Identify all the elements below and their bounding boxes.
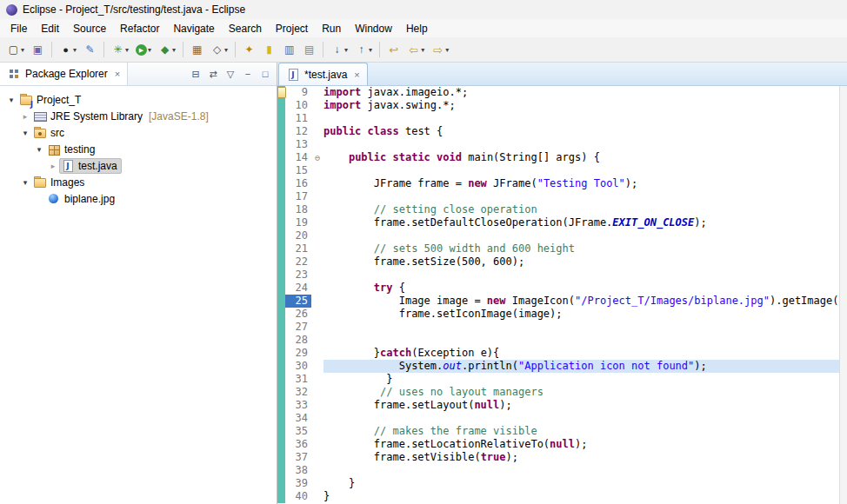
line-number[interactable]: 36 (285, 438, 311, 451)
last-edit-location-button[interactable]: ↩ (383, 39, 403, 60)
line-number[interactable]: 30 (285, 360, 311, 373)
run-button[interactable]: ▶▾ (132, 39, 155, 60)
line-number[interactable]: 20 (285, 229, 311, 242)
close-tab-icon[interactable]: × (354, 70, 359, 80)
collapse-arrow-icon[interactable]: ▾ (33, 145, 45, 154)
line-number[interactable]: 40 (285, 490, 311, 503)
code-line-19[interactable]: 19 frame.setDefaultCloseOperation(JFrame… (277, 216, 839, 229)
collapse-all-button[interactable]: ⊟ (188, 66, 203, 82)
menu-item-help[interactable]: Help (399, 21, 435, 36)
menu-item-edit[interactable]: Edit (34, 21, 66, 36)
code-line-32[interactable]: 32 // uses no layout managers (277, 386, 839, 399)
menu-item-window[interactable]: Window (348, 21, 399, 36)
previous-annotation-button[interactable]: ↑▾ (351, 39, 376, 60)
code-line-34[interactable]: 34 (277, 412, 839, 425)
line-number[interactable]: 31 (285, 373, 311, 386)
show-whitespace-button[interactable]: ▤ (299, 39, 319, 60)
dropdown-arrow-icon[interactable]: ▾ (172, 46, 176, 54)
code-line-35[interactable]: 35 // makes the frame visible (277, 425, 839, 438)
line-number[interactable]: 25 (285, 295, 311, 308)
search-button[interactable]: ✦ (239, 39, 259, 60)
close-view-icon[interactable]: × (115, 69, 120, 79)
new-wizard-button[interactable]: ▢▾ (3, 39, 28, 60)
menu-item-run[interactable]: Run (315, 21, 348, 36)
code-line-33[interactable]: 33 frame.setLayout(null); (277, 399, 839, 412)
code-line-18[interactable]: 18 // setting close operation (277, 203, 839, 216)
line-number[interactable]: 33 (285, 399, 311, 412)
collapse-arrow-icon[interactable]: ▾ (19, 178, 31, 187)
line-number[interactable]: 21 (285, 242, 311, 255)
code-line-25[interactable]: 25 Image image = new ImageIcon("/Project… (277, 295, 839, 308)
line-number[interactable]: 15 (285, 164, 311, 177)
dropdown-arrow-icon[interactable]: ▾ (21, 46, 24, 54)
tree-item-testing[interactable]: ▾testing (0, 141, 277, 157)
line-number[interactable]: 14 (285, 151, 311, 164)
code-editor[interactable]: 9import javax.imageio.*;10import javax.s… (277, 86, 847, 504)
collapse-arrow-icon[interactable]: ▾ (19, 129, 31, 137)
line-number[interactable]: 27 (285, 321, 311, 334)
editor-tab-test-java[interactable]: J *test.java × (278, 63, 368, 85)
code-line-11[interactable]: 11 (277, 112, 839, 125)
expand-arrow-icon[interactable]: ▸ (47, 162, 59, 170)
open-resource-button[interactable]: ▥ (279, 39, 299, 60)
code-line-10[interactable]: 10import javax.swing.*; (277, 99, 839, 112)
line-number[interactable]: 29 (285, 347, 311, 360)
menu-item-refactor[interactable]: Refactor (113, 21, 166, 36)
line-number[interactable]: 11 (285, 112, 311, 125)
line-number[interactable]: 39 (285, 477, 311, 490)
dropdown-arrow-icon[interactable]: ▾ (344, 46, 348, 54)
code-line-20[interactable]: 20 (277, 229, 839, 242)
code-line-23[interactable]: 23 (277, 269, 839, 282)
dropdown-arrow-icon[interactable]: ▾ (369, 46, 372, 54)
line-number[interactable]: 19 (285, 216, 311, 229)
line-number[interactable]: 35 (285, 425, 311, 438)
menu-item-project[interactable]: Project (269, 21, 315, 36)
line-number[interactable]: 9 (285, 86, 311, 99)
dropdown-arrow-icon[interactable]: ▾ (148, 46, 151, 54)
open-element-button[interactable]: ✎ (80, 39, 100, 60)
code-line-38[interactable]: 38 (277, 464, 839, 477)
code-line-16[interactable]: 16 JFrame frame = new JFrame("Testing To… (277, 177, 839, 190)
maximize-button[interactable]: □ (257, 66, 273, 82)
code-line-13[interactable]: 13 (277, 138, 839, 151)
line-number[interactable]: 16 (285, 177, 311, 190)
code-line-31[interactable]: 31 } (277, 373, 839, 386)
collapse-arrow-icon[interactable]: ▾ (5, 96, 17, 104)
code-line-29[interactable]: 29 }catch(Exception e){ (277, 347, 839, 360)
tree-item-src[interactable]: ▾src (0, 124, 277, 141)
code-line-9[interactable]: 9import javax.imageio.*; (277, 86, 839, 99)
tree-item-project-t[interactable]: ▾JProject_T (0, 91, 277, 108)
save-button[interactable]: ▣ (28, 39, 48, 60)
external-tools-button[interactable]: ●▾ (56, 39, 80, 60)
code-line-27[interactable]: 27 (277, 321, 839, 334)
code-line-37[interactable]: 37 frame.setVisible(true); (277, 451, 839, 464)
mark-occurrences-button[interactable]: ▮ (259, 39, 279, 60)
package-explorer-tab[interactable]: Package Explorer × (0, 63, 128, 85)
code-line-21[interactable]: 21 // sets 500 width and 600 height (277, 242, 839, 255)
forward-button[interactable]: ⇨▾ (428, 39, 452, 60)
dropdown-arrow-icon[interactable]: ▾ (445, 46, 449, 54)
code-line-14[interactable]: 14⊖ public static void main(String[] arg… (277, 151, 839, 164)
menu-item-source[interactable]: Source (66, 21, 113, 36)
line-number[interactable]: 37 (285, 451, 311, 464)
code-line-40[interactable]: 40} (277, 490, 839, 503)
code-line-12[interactable]: 12public class test { (277, 125, 839, 138)
code-line-39[interactable]: 39 } (277, 477, 839, 490)
line-number[interactable]: 18 (285, 203, 311, 216)
code-line-15[interactable]: 15 (277, 164, 839, 177)
tree-item-jre-system-library[interactable]: ▸JRE System Library[JavaSE-1.8] (0, 108, 277, 124)
tree-item-biplane-jpg[interactable]: biplane.jpg (0, 190, 277, 207)
debug-button[interactable]: ✳▾ (108, 39, 132, 60)
code-line-30[interactable]: 30 System.out.println("Application icon … (277, 360, 839, 373)
next-annotation-button[interactable]: ↓▾ (327, 39, 351, 60)
line-number[interactable]: 32 (285, 386, 311, 399)
dropdown-arrow-icon[interactable]: ▾ (125, 46, 129, 54)
line-number[interactable]: 26 (285, 308, 311, 321)
dropdown-arrow-icon[interactable]: ▾ (224, 46, 228, 54)
code-line-26[interactable]: 26 frame.setIconImage(image); (277, 308, 839, 321)
line-number[interactable]: 22 (285, 255, 311, 269)
link-with-editor-button[interactable]: ⇄ (205, 66, 221, 82)
view-menu-button[interactable]: ▽ (223, 66, 238, 82)
menu-item-file[interactable]: File (3, 21, 34, 36)
open-type-button[interactable]: ◇▾ (207, 39, 231, 60)
